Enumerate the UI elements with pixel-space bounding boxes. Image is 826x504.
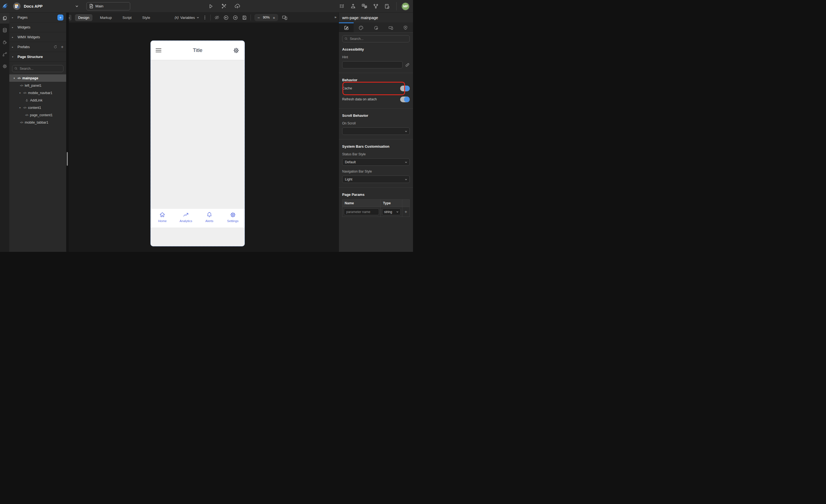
bell-icon [206, 211, 213, 218]
device-preview-button[interactable] [282, 15, 288, 20]
mobile-tab-settings[interactable]: Settings [221, 211, 244, 228]
rail-settings-item[interactable] [0, 61, 9, 72]
undo-button[interactable] [223, 15, 229, 20]
panel-scrollbar-thumb[interactable] [67, 152, 68, 166]
section-pages-label: Pages [17, 15, 55, 19]
tree-item-mobile-tabbar1[interactable]: </> mobile_tabbar1 [9, 119, 66, 126]
tab-design[interactable]: Design [75, 14, 93, 21]
section-page-structure-label: Page Structure [17, 55, 63, 59]
nav-bar-style-select[interactable]: Light [342, 176, 410, 183]
section-widgets[interactable]: ▸ Widgets [9, 22, 66, 32]
section-prefabs[interactable]: ▸ Prefabs + [9, 42, 66, 52]
status-bar-style-select[interactable]: Default [342, 158, 410, 166]
caret-down-icon[interactable]: ▾ [13, 77, 16, 79]
refresh-on-attach-toggle[interactable] [400, 97, 410, 102]
mobile-tab-label: Alerts [205, 219, 213, 223]
on-scroll-select[interactable] [342, 127, 410, 135]
translate-button[interactable] [361, 3, 368, 9]
zoom-out-button[interactable]: − [257, 16, 260, 20]
page-selector[interactable]: Main [86, 2, 130, 10]
user-avatar[interactable]: MP [402, 3, 409, 10]
caret-down-icon[interactable]: ▾ [18, 106, 21, 109]
tab-properties[interactable] [339, 22, 354, 32]
mobile-tabbar: Home Analytics Alerts [151, 209, 244, 228]
status-bar-style-value: Default [345, 160, 356, 164]
bind-link-icon[interactable] [405, 63, 410, 67]
section-prefabs-label: Prefabs [17, 45, 51, 49]
checklist-button[interactable] [339, 3, 345, 9]
rail-flow-item[interactable] [0, 49, 9, 60]
build-tools-button[interactable] [221, 3, 227, 9]
section-pages[interactable]: ▸ Pages + [9, 13, 66, 22]
coffee-cup-icon [2, 40, 7, 45]
properties-panel: wm-page: mainpage [339, 13, 413, 252]
home-icon [159, 211, 166, 218]
tab-devices[interactable] [384, 22, 398, 32]
mobile-page-content[interactable] [151, 60, 244, 209]
hint-label: Hint [342, 55, 410, 59]
section-wmx-widgets[interactable]: ▸ WMX Widgets [9, 32, 66, 42]
refresh-icon[interactable] [53, 45, 57, 49]
tab-style[interactable]: Style [139, 14, 154, 21]
tab-styles[interactable] [354, 22, 368, 32]
gear-icon [2, 64, 7, 69]
rail-database-item[interactable] [0, 24, 9, 36]
redo-button[interactable] [233, 15, 238, 20]
tree-item-left-panel1[interactable]: </> left_panel1 [9, 82, 66, 89]
kebab-menu-button[interactable] [203, 15, 207, 20]
tree-item-mobile-navbar1[interactable]: ▾ </> mobile_navbar1 [9, 89, 66, 97]
add-prefab-button[interactable]: + [61, 45, 63, 49]
add-param-button[interactable]: + [402, 207, 409, 217]
tree-item-page-content1[interactable]: </> page_content1 [9, 111, 66, 119]
rail-services-item[interactable] [0, 37, 9, 48]
structure-search-input[interactable] [12, 65, 63, 72]
page-params-heading: Page Params [342, 193, 410, 197]
system-bars-heading: System Bars Customisation [342, 144, 410, 148]
mobile-page-title: Title [151, 47, 244, 53]
tree-item-content1[interactable]: ▾ </> content1 [9, 104, 66, 111]
version-control-branch-button[interactable] [373, 3, 379, 9]
phone-preview[interactable]: Title [151, 41, 245, 246]
caret-down-icon[interactable]: ▾ [18, 91, 21, 94]
variables-dropdown[interactable]: (x) Variables [175, 16, 200, 20]
param-type-select[interactable]: string [382, 208, 401, 215]
tab-script[interactable]: Script [119, 14, 135, 21]
hint-input[interactable] [342, 61, 403, 68]
section-widgets-label: Widgets [17, 25, 63, 29]
mobile-navbar[interactable]: Title [151, 41, 244, 60]
run-play-button[interactable] [208, 3, 214, 9]
tab-markup[interactable]: Markup [97, 14, 115, 21]
caret-right-icon: ▸ [12, 16, 15, 19]
section-wmx-widgets-label: WMX Widgets [17, 35, 63, 39]
save-button[interactable] [242, 15, 247, 20]
mobile-tab-home[interactable]: Home [151, 211, 174, 228]
cache-label: Cache [342, 86, 352, 90]
export-build-button[interactable] [350, 3, 356, 9]
tab-events[interactable] [368, 22, 383, 32]
section-page-structure[interactable]: ▾ Page Structure [9, 52, 66, 62]
hidden-widgets-eye-off-button[interactable] [214, 15, 220, 20]
caret-right-icon: ▸ [12, 26, 15, 29]
cache-toggle[interactable] [400, 85, 410, 91]
panel-scroll-strip [66, 13, 69, 252]
app-icon-avatar[interactable] [13, 2, 20, 10]
zoom-in-button[interactable]: + [273, 16, 275, 20]
mobile-tab-analytics[interactable]: Analytics [174, 211, 198, 228]
properties-search-input[interactable] [342, 35, 410, 42]
expand-right-panel-button[interactable]: » [335, 15, 337, 19]
param-name-input[interactable] [344, 208, 379, 215]
add-page-button[interactable]: + [57, 14, 63, 20]
mobile-tab-alerts[interactable]: Alerts [198, 211, 221, 228]
app-switcher-chevron-icon[interactable] [75, 4, 79, 8]
variables-icon: (x) [175, 16, 179, 19]
mobile-navbar-gear-icon[interactable] [233, 47, 240, 54]
tab-security[interactable] [398, 22, 413, 32]
page-sync-button[interactable] [384, 3, 390, 9]
tree-item-mainpage[interactable]: ▾ </> mainpage [9, 74, 66, 82]
hint-row [342, 61, 410, 68]
tree-item-addlink[interactable]: AddLink [9, 97, 66, 104]
rail-pages-item[interactable] [0, 13, 9, 23]
page-params-table: Name Type string + [342, 199, 410, 217]
cloud-upload-button[interactable] [234, 3, 241, 9]
properties-tabs [339, 22, 413, 33]
